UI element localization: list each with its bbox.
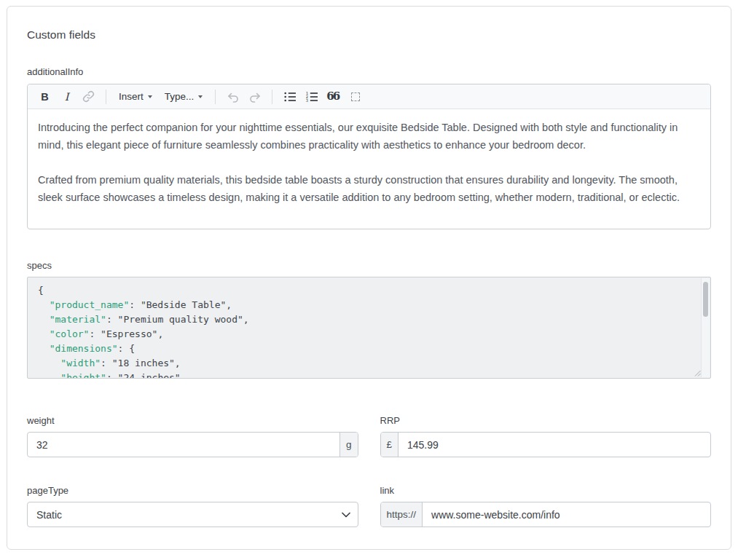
- toolbar-divider: [215, 90, 216, 104]
- weight-input[interactable]: [28, 433, 339, 457]
- caret-down-icon: [148, 95, 152, 98]
- bold-button[interactable]: B: [35, 87, 55, 106]
- currency-addon: £: [381, 433, 399, 457]
- insert-dropdown-label: Insert: [119, 91, 144, 102]
- undo-button[interactable]: [223, 87, 243, 106]
- insert-block-button[interactable]: [345, 87, 365, 106]
- link-button[interactable]: [79, 87, 98, 106]
- weight-input-group: g: [27, 432, 358, 457]
- type-dropdown[interactable]: Type...: [160, 87, 208, 106]
- rrp-label: RRP: [380, 415, 712, 426]
- scrollbar-thumb[interactable]: [703, 282, 708, 317]
- undo-icon: [227, 90, 240, 103]
- scrollbar-track[interactable]: [701, 278, 710, 377]
- italic-button[interactable]: I: [57, 87, 76, 106]
- toolbar-divider: [106, 90, 106, 104]
- editor-paragraph: Crafted from premium quality materials, …: [38, 171, 700, 206]
- panel-title: Custom fields: [27, 7, 711, 42]
- editor-toolbar: B I Insert Type...: [28, 84, 710, 109]
- rich-text-editor: B I Insert Type...: [27, 84, 711, 229]
- specs-textarea[interactable]: { "product_name": "Bedside Table", "mate…: [27, 277, 711, 379]
- rrp-input-group: £: [380, 432, 712, 457]
- toolbar-divider: [272, 90, 272, 104]
- resize-handle-icon[interactable]: [694, 370, 701, 376]
- dashed-box-icon: [351, 92, 360, 101]
- type-dropdown-label: Type...: [165, 91, 195, 102]
- blockquote-button[interactable]: 66: [323, 87, 343, 106]
- numbered-list-icon: 1 2 3: [305, 90, 318, 103]
- numbered-list-button[interactable]: 1 2 3: [302, 87, 321, 106]
- link-label: link: [380, 485, 712, 496]
- additional-info-label: additionalInfo: [27, 66, 711, 77]
- weight-unit-addon: g: [339, 433, 358, 457]
- link-icon: [82, 90, 95, 103]
- editor-content[interactable]: Introducing the perfect companion for yo…: [28, 109, 710, 216]
- insert-dropdown[interactable]: Insert: [114, 87, 157, 106]
- page-type-field: pageType Static: [27, 485, 358, 527]
- svg-text:3: 3: [306, 98, 308, 103]
- fields-grid: weight g RRP £ pageType Static: [27, 415, 711, 527]
- link-field: link https://: [380, 485, 712, 527]
- specs-code: { "product_name": "Bedside Table", "mate…: [28, 277, 710, 379]
- specs-label: specs: [27, 260, 711, 271]
- rrp-field: RRP £: [380, 415, 712, 457]
- page-type-select[interactable]: Static: [27, 502, 358, 527]
- weight-label: weight: [27, 415, 358, 426]
- bullet-list-icon: [283, 90, 297, 103]
- redo-button[interactable]: [245, 87, 264, 106]
- page-type-label: pageType: [27, 485, 358, 496]
- rrp-input[interactable]: [399, 433, 710, 457]
- link-input[interactable]: [423, 502, 710, 527]
- weight-field: weight g: [27, 415, 358, 457]
- bullet-list-button[interactable]: [280, 87, 299, 106]
- blockquote-icon: 66: [326, 91, 340, 102]
- link-input-group: https://: [380, 502, 712, 527]
- custom-fields-panel: Custom fields additionalInfo B I Insert …: [7, 6, 731, 550]
- caret-down-icon: [198, 95, 203, 98]
- protocol-addon: https://: [381, 502, 423, 527]
- editor-paragraph: Introducing the perfect companion for yo…: [38, 119, 700, 154]
- page-type-select-wrap: Static: [27, 502, 358, 527]
- redo-icon: [248, 90, 262, 103]
